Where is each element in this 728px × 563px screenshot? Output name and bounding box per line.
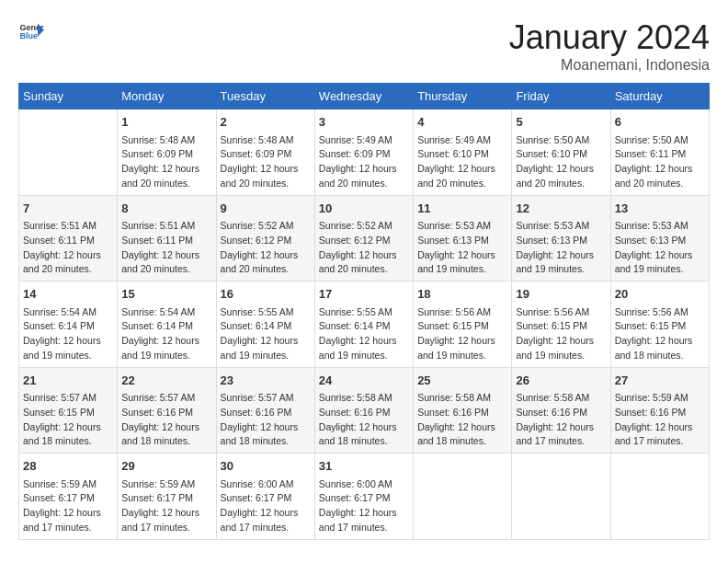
day-info: Sunrise: 5:55 AM Sunset: 6:14 PM Dayligh… xyxy=(319,305,409,363)
day-info: Sunrise: 5:53 AM Sunset: 6:13 PM Dayligh… xyxy=(417,219,507,277)
day-cell: 9Sunrise: 5:52 AM Sunset: 6:12 PM Daylig… xyxy=(216,195,314,282)
day-number: 22 xyxy=(121,372,211,390)
day-info: Sunrise: 5:49 AM Sunset: 6:09 PM Dayligh… xyxy=(319,133,409,191)
day-number: 11 xyxy=(417,200,507,218)
day-cell: 15Sunrise: 5:54 AM Sunset: 6:14 PM Dayli… xyxy=(118,282,216,368)
day-cell: 18Sunrise: 5:56 AM Sunset: 6:15 PM Dayli… xyxy=(414,282,512,368)
day-cell: 4Sunrise: 5:49 AM Sunset: 6:10 PM Daylig… xyxy=(414,109,512,196)
day-cell: 2Sunrise: 5:48 AM Sunset: 6:09 PM Daylig… xyxy=(216,109,314,196)
day-info: Sunrise: 5:59 AM Sunset: 6:16 PM Dayligh… xyxy=(615,391,705,449)
weekday-header-monday: Monday xyxy=(118,84,216,109)
day-cell: 10Sunrise: 5:52 AM Sunset: 6:12 PM Dayli… xyxy=(314,195,413,282)
day-cell: 1Sunrise: 5:48 AM Sunset: 6:09 PM Daylig… xyxy=(118,109,216,196)
day-info: Sunrise: 5:48 AM Sunset: 6:09 PM Dayligh… xyxy=(121,133,211,191)
day-info: Sunrise: 5:52 AM Sunset: 6:12 PM Dayligh… xyxy=(319,219,409,277)
day-number: 8 xyxy=(121,200,211,218)
day-cell: 26Sunrise: 5:58 AM Sunset: 6:16 PM Dayli… xyxy=(512,367,610,454)
weekday-header-saturday: Saturday xyxy=(610,84,709,109)
day-info: Sunrise: 5:53 AM Sunset: 6:13 PM Dayligh… xyxy=(516,219,606,277)
day-number: 29 xyxy=(121,457,211,476)
day-info: Sunrise: 5:55 AM Sunset: 6:14 PM Dayligh… xyxy=(221,305,311,363)
day-info: Sunrise: 5:48 AM Sunset: 6:09 PM Dayligh… xyxy=(221,133,311,191)
day-number: 9 xyxy=(221,200,311,218)
day-info: Sunrise: 5:57 AM Sunset: 6:15 PM Dayligh… xyxy=(23,391,113,449)
day-info: Sunrise: 5:59 AM Sunset: 6:17 PM Dayligh… xyxy=(23,477,113,535)
day-cell xyxy=(512,454,610,540)
day-cell: 12Sunrise: 5:53 AM Sunset: 6:13 PM Dayli… xyxy=(512,195,610,282)
day-info: Sunrise: 5:51 AM Sunset: 6:11 PM Dayligh… xyxy=(23,219,113,277)
day-cell: 5Sunrise: 5:50 AM Sunset: 6:10 PM Daylig… xyxy=(512,109,610,196)
day-number: 5 xyxy=(516,113,606,132)
day-info: Sunrise: 5:58 AM Sunset: 6:16 PM Dayligh… xyxy=(319,391,409,449)
week-row-5: 28Sunrise: 5:59 AM Sunset: 6:17 PM Dayli… xyxy=(19,454,710,540)
day-number: 26 xyxy=(516,372,606,390)
day-number: 10 xyxy=(319,200,409,218)
weekday-header-friday: Friday xyxy=(512,84,610,109)
day-cell: 27Sunrise: 5:59 AM Sunset: 6:16 PM Dayli… xyxy=(610,367,709,454)
day-number: 13 xyxy=(615,200,705,218)
day-info: Sunrise: 5:56 AM Sunset: 6:15 PM Dayligh… xyxy=(417,305,507,363)
day-info: Sunrise: 5:58 AM Sunset: 6:16 PM Dayligh… xyxy=(417,391,507,449)
day-info: Sunrise: 5:56 AM Sunset: 6:15 PM Dayligh… xyxy=(516,305,606,363)
day-number: 3 xyxy=(319,113,409,132)
day-number: 17 xyxy=(319,285,409,304)
day-number: 31 xyxy=(319,457,409,476)
day-info: Sunrise: 5:53 AM Sunset: 6:13 PM Dayligh… xyxy=(615,219,705,277)
day-cell xyxy=(610,454,709,540)
day-info: Sunrise: 5:50 AM Sunset: 6:10 PM Dayligh… xyxy=(516,133,606,191)
day-number: 21 xyxy=(23,372,113,390)
subtitle: Moanemani, Indonesia xyxy=(509,57,710,74)
day-cell: 24Sunrise: 5:58 AM Sunset: 6:16 PM Dayli… xyxy=(314,367,413,454)
weekday-header-wednesday: Wednesday xyxy=(314,84,413,109)
day-info: Sunrise: 6:00 AM Sunset: 6:17 PM Dayligh… xyxy=(221,477,311,535)
logo-icon: General Blue xyxy=(18,18,44,44)
day-info: Sunrise: 5:58 AM Sunset: 6:16 PM Dayligh… xyxy=(516,391,606,449)
day-number: 27 xyxy=(615,372,705,390)
day-cell: 7Sunrise: 5:51 AM Sunset: 6:11 PM Daylig… xyxy=(19,195,118,282)
weekday-header-tuesday: Tuesday xyxy=(216,84,314,109)
calendar-table: SundayMondayTuesdayWednesdayThursdayFrid… xyxy=(18,83,710,540)
logo: General Blue xyxy=(18,18,44,44)
day-cell: 11Sunrise: 5:53 AM Sunset: 6:13 PM Dayli… xyxy=(414,195,512,282)
day-cell: 19Sunrise: 5:56 AM Sunset: 6:15 PM Dayli… xyxy=(512,282,610,368)
weekday-header-row: SundayMondayTuesdayWednesdayThursdayFrid… xyxy=(19,84,710,109)
day-cell: 14Sunrise: 5:54 AM Sunset: 6:14 PM Dayli… xyxy=(19,282,118,368)
day-number: 16 xyxy=(221,285,311,304)
day-info: Sunrise: 5:50 AM Sunset: 6:11 PM Dayligh… xyxy=(615,133,705,191)
day-info: Sunrise: 5:56 AM Sunset: 6:15 PM Dayligh… xyxy=(615,305,705,363)
day-cell: 13Sunrise: 5:53 AM Sunset: 6:13 PM Dayli… xyxy=(610,195,709,282)
day-info: Sunrise: 5:57 AM Sunset: 6:16 PM Dayligh… xyxy=(121,391,211,449)
day-cell: 25Sunrise: 5:58 AM Sunset: 6:16 PM Dayli… xyxy=(414,367,512,454)
day-info: Sunrise: 5:57 AM Sunset: 6:16 PM Dayligh… xyxy=(221,391,311,449)
main-title: January 2024 xyxy=(509,18,710,57)
day-info: Sunrise: 6:00 AM Sunset: 6:17 PM Dayligh… xyxy=(319,477,409,535)
svg-text:Blue: Blue xyxy=(19,31,38,40)
day-info: Sunrise: 5:49 AM Sunset: 6:10 PM Dayligh… xyxy=(417,133,507,191)
day-number: 6 xyxy=(615,113,705,132)
day-number: 18 xyxy=(417,285,507,304)
page-header: General Blue January 2024 Moanemani, Ind… xyxy=(18,18,710,74)
weekday-header-sunday: Sunday xyxy=(19,84,118,109)
day-info: Sunrise: 5:51 AM Sunset: 6:11 PM Dayligh… xyxy=(121,219,211,277)
week-row-4: 21Sunrise: 5:57 AM Sunset: 6:15 PM Dayli… xyxy=(19,367,710,454)
day-number: 24 xyxy=(319,372,409,390)
day-cell: 16Sunrise: 5:55 AM Sunset: 6:14 PM Dayli… xyxy=(216,282,314,368)
day-number: 7 xyxy=(23,200,113,218)
day-cell: 22Sunrise: 5:57 AM Sunset: 6:16 PM Dayli… xyxy=(118,367,216,454)
day-cell: 6Sunrise: 5:50 AM Sunset: 6:11 PM Daylig… xyxy=(610,109,709,196)
day-number: 28 xyxy=(23,457,113,476)
day-cell: 23Sunrise: 5:57 AM Sunset: 6:16 PM Dayli… xyxy=(216,367,314,454)
title-block: January 2024 Moanemani, Indonesia xyxy=(509,18,710,74)
week-row-3: 14Sunrise: 5:54 AM Sunset: 6:14 PM Dayli… xyxy=(19,282,710,368)
day-number: 2 xyxy=(221,113,311,132)
day-cell: 31Sunrise: 6:00 AM Sunset: 6:17 PM Dayli… xyxy=(314,454,413,540)
day-number: 23 xyxy=(221,372,311,390)
day-info: Sunrise: 5:52 AM Sunset: 6:12 PM Dayligh… xyxy=(221,219,311,277)
day-cell xyxy=(19,109,118,196)
week-row-1: 1Sunrise: 5:48 AM Sunset: 6:09 PM Daylig… xyxy=(19,109,710,196)
day-cell xyxy=(414,454,512,540)
day-cell: 28Sunrise: 5:59 AM Sunset: 6:17 PM Dayli… xyxy=(19,454,118,540)
day-info: Sunrise: 5:54 AM Sunset: 6:14 PM Dayligh… xyxy=(121,305,211,363)
day-info: Sunrise: 5:54 AM Sunset: 6:14 PM Dayligh… xyxy=(23,305,113,363)
day-cell: 20Sunrise: 5:56 AM Sunset: 6:15 PM Dayli… xyxy=(610,282,709,368)
